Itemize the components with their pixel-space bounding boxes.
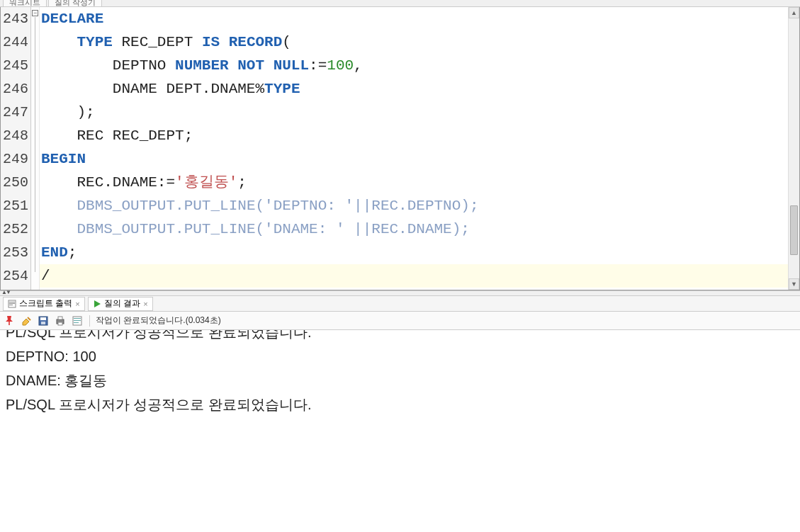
svg-rect-2 (9, 303, 15, 304)
output-line: PL/SQL 프로시저가 성공적으로 완료되었습니다. (6, 330, 794, 344)
line-number: 247 (1, 101, 30, 124)
tab-script-output[interactable]: 스크립트 출력 × (3, 297, 85, 311)
tab-query-result[interactable]: 질의 결과 × (88, 297, 153, 311)
line-number: 252 (1, 217, 30, 241)
svg-marker-4 (94, 300, 101, 307)
editor-vertical-scrollbar[interactable]: ▲ ▼ (788, 7, 799, 290)
svg-rect-12 (58, 322, 62, 325)
erase-icon[interactable] (20, 315, 33, 327)
status-text: 작업이 완료되었습니다.(0.034초) (96, 315, 221, 327)
output-line: PL/SQL 프로시저가 성공적으로 완료되었습니다. (6, 392, 794, 417)
svg-rect-9 (41, 322, 45, 324)
fold-column: − (31, 7, 40, 290)
code-content[interactable]: DECLARE TYPE REC_DEPT IS RECORD( DEPTNO … (40, 7, 799, 290)
output-toolbar: 작업이 완료되었습니다.(0.034초) (0, 312, 800, 330)
line-number-gutter: 243244245246247248249250251252253254 (1, 7, 31, 290)
svg-rect-11 (58, 317, 62, 319)
line-number: 244 (1, 30, 30, 54)
svg-rect-5 (9, 322, 10, 325)
tab-script-output-label: 스크립트 출력 (19, 298, 72, 310)
sql-icon[interactable] (71, 315, 84, 327)
editor-tabs: 워크시트 질의 작성기 (0, 0, 800, 7)
code-line[interactable]: BEGIN (40, 147, 799, 171)
line-number: 254 (1, 264, 30, 288)
tab-query-result-label: 질의 결과 (104, 298, 140, 310)
code-line[interactable]: DECLARE (40, 7, 799, 30)
line-number: 250 (1, 171, 30, 194)
line-number: 249 (1, 147, 30, 171)
tab-query-builder[interactable]: 질의 작성기 (48, 0, 102, 6)
line-number: 245 (1, 54, 30, 77)
script-output-area[interactable]: PL/SQL 프로시저가 성공적으로 완료되었습니다. DEPTNO: 100 … (0, 330, 800, 532)
code-line[interactable]: ); (40, 101, 799, 124)
output-line: DNAME: 홍길동 (6, 368, 794, 392)
scroll-up-button[interactable]: ▲ (789, 7, 799, 18)
code-line[interactable]: DBMS_OUTPUT.PUT_LINE('DNAME: ' ||REC.DNA… (40, 217, 799, 241)
code-line[interactable]: / (40, 264, 799, 288)
code-line[interactable]: DNAME DEPT.DNAME%TYPE (40, 77, 799, 101)
svg-rect-1 (9, 302, 15, 302)
svg-line-6 (28, 317, 30, 320)
svg-rect-16 (74, 322, 79, 323)
line-number: 253 (1, 241, 30, 264)
output-line: DEPTNO: 100 (6, 344, 794, 368)
close-icon[interactable]: × (143, 300, 147, 308)
line-number: 243 (1, 7, 30, 30)
close-icon[interactable]: × (75, 300, 79, 308)
line-number: 248 (1, 124, 30, 147)
pin-icon[interactable] (3, 315, 16, 327)
code-line[interactable]: DBMS_OUTPUT.PUT_LINE('DEPTNO: '||REC.DEP… (40, 194, 799, 217)
save-icon[interactable] (37, 315, 50, 327)
code-line[interactable]: DEPTNO NUMBER NOT NULL:=100, (40, 54, 799, 77)
svg-rect-3 (9, 305, 13, 305)
pane-splitter[interactable] (0, 290, 800, 296)
tab-worksheet[interactable]: 워크시트 (3, 0, 47, 6)
line-number: 246 (1, 77, 30, 101)
line-number: 251 (1, 194, 30, 217)
code-line[interactable]: REC.DNAME:='홍길동'; (40, 171, 799, 194)
code-line[interactable]: TYPE REC_DEPT IS RECORD( (40, 30, 799, 54)
code-line[interactable]: REC REC_DEPT; (40, 124, 799, 147)
code-line[interactable]: END; (40, 241, 799, 264)
scroll-thumb[interactable] (790, 205, 798, 255)
play-icon (93, 300, 101, 308)
fold-guide-line (35, 17, 35, 272)
svg-rect-8 (40, 317, 46, 320)
fold-collapse-icon[interactable]: − (32, 10, 38, 16)
svg-rect-15 (74, 320, 81, 321)
print-icon[interactable] (54, 315, 67, 327)
svg-rect-14 (74, 318, 81, 319)
script-output-icon (8, 300, 16, 308)
code-editor[interactable]: 243244245246247248249250251252253254 − D… (0, 7, 800, 290)
result-tabs: 스크립트 출력 × 질의 결과 × (0, 296, 800, 312)
toolbar-separator (89, 315, 90, 327)
scroll-down-button[interactable]: ▼ (789, 278, 799, 290)
